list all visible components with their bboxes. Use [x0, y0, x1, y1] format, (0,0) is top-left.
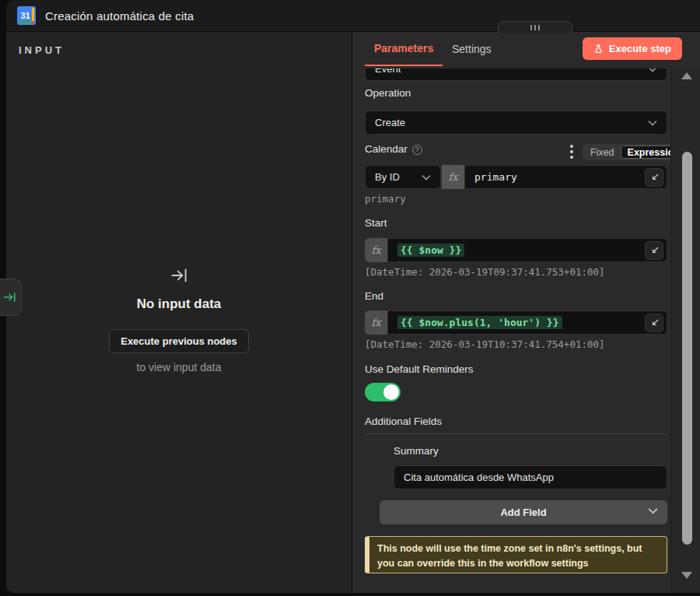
- fx-toggle[interactable]: fx: [365, 310, 387, 335]
- no-input-data-block: No input data Execute previous nodes to …: [6, 265, 352, 373]
- panel-drag-handle[interactable]: [498, 21, 572, 33]
- chevron-down-icon: [648, 120, 657, 126]
- summary-label: Summary: [394, 445, 439, 457]
- tabs-row: Parameters Settings Execute step: [352, 32, 700, 68]
- chevron-down-icon: [422, 174, 431, 181]
- section-divider: [365, 433, 667, 434]
- open-expression-editor-icon[interactable]: [645, 168, 663, 187]
- open-expression-editor-icon[interactable]: [645, 241, 663, 260]
- green-arrow-to-bar-icon: [2, 290, 16, 304]
- execute-previous-nodes-button[interactable]: Execute previous nodes: [109, 329, 249, 353]
- parameters-panel: Parameters Settings Execute step Event O…: [352, 32, 700, 593]
- mode-fixed[interactable]: Fixed: [584, 145, 621, 159]
- calendar-by-select[interactable]: By ID: [365, 165, 441, 189]
- start-result-hint: [DateTime: 2026-03-19T09:37:41.753+01:00…: [365, 266, 605, 278]
- start-label: Start: [365, 217, 387, 229]
- flask-icon: [593, 44, 604, 54]
- input-panel: INPUT No input data Execute previous nod…: [6, 32, 352, 593]
- summary-input[interactable]: [394, 465, 667, 489]
- input-panel-title: INPUT: [19, 44, 65, 56]
- start-expression-field[interactable]: {{ $now }}: [387, 238, 667, 262]
- calendar-by-value: By ID: [375, 171, 400, 183]
- fx-toggle[interactable]: fx: [442, 165, 464, 189]
- tab-settings[interactable]: Settings: [447, 32, 496, 66]
- google-calendar-icon: 31: [17, 6, 36, 25]
- add-field-label: Add Field: [500, 507, 546, 518]
- end-label: End: [365, 290, 383, 302]
- open-expression-editor-icon[interactable]: [645, 314, 663, 332]
- scroll-down-arrow-icon[interactable]: [681, 572, 692, 579]
- chevron-down-icon: [648, 68, 657, 72]
- operation-label: Operation: [365, 87, 411, 99]
- calendar-result-hint: primary: [365, 193, 406, 205]
- execute-step-button[interactable]: Execute step: [583, 37, 682, 60]
- no-input-data-title: No input data: [137, 296, 222, 312]
- n8n-node-detail-modal: 31 Creación automática de cita INPUT No …: [0, 0, 700, 596]
- start-expression-value: {{ $now }}: [397, 244, 464, 257]
- event-resource-value: Event: [375, 68, 401, 75]
- event-resource-select[interactable]: Event: [365, 68, 667, 81]
- fixed-expression-toggle: Fixed Expression: [583, 144, 670, 160]
- calendar-id-field[interactable]: primary: [464, 165, 667, 189]
- scroll-up-arrow-icon[interactable]: [681, 72, 692, 79]
- no-input-data-hint: to view input data: [137, 361, 222, 373]
- scrollbar-gutter: [670, 68, 700, 593]
- end-expression-value: {{ $now.plus(1, 'hour') }}: [397, 316, 562, 329]
- parameters-scroll-area: Event Operation Create Calendar? Fixed E…: [352, 68, 670, 593]
- parameter-options-icon[interactable]: [570, 145, 573, 148]
- mode-expression[interactable]: Expression: [621, 145, 670, 159]
- additional-fields-label: Additional Fields: [365, 415, 442, 427]
- end-expression-field[interactable]: {{ $now.plus(1, 'hour') }}: [387, 310, 667, 335]
- use-default-reminders-toggle[interactable]: [365, 383, 401, 401]
- chevron-down-icon: [648, 507, 658, 514]
- calendar-id-value: primary: [474, 171, 517, 183]
- add-field-button[interactable]: Add Field: [380, 500, 667, 524]
- operation-value: Create: [375, 117, 405, 128]
- calendar-label-row: Calendar?: [365, 143, 422, 155]
- help-icon[interactable]: ?: [412, 145, 422, 155]
- svg-text:31: 31: [20, 11, 30, 20]
- scrollbar-thumb[interactable]: [682, 152, 692, 545]
- tab-parameters[interactable]: Parameters: [365, 32, 443, 66]
- end-result-hint: [DateTime: 2026-03-19T10:37:41.754+01:00…: [365, 338, 605, 350]
- operation-select[interactable]: Create: [365, 110, 667, 135]
- mapping-panel-toggle-button[interactable]: [0, 279, 22, 316]
- modal-header: 31 Creación automática de cita: [6, 0, 700, 32]
- node-title: Creación automática de cita: [45, 9, 194, 23]
- execute-step-label: Execute step: [609, 43, 671, 54]
- fx-toggle[interactable]: fx: [365, 238, 387, 262]
- arrow-to-bar-icon: [169, 265, 189, 286]
- calendar-label: Calendar: [365, 143, 408, 155]
- toggle-knob: [383, 384, 399, 400]
- use-default-reminders-label: Use Default Reminders: [365, 363, 474, 375]
- timezone-notice: This node will use the time zone set in …: [365, 536, 667, 573]
